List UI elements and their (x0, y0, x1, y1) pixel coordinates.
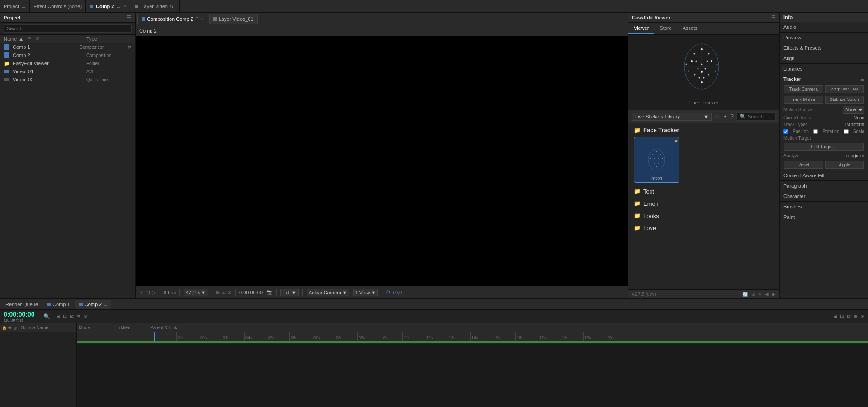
help-icon[interactable]: ? (730, 112, 735, 121)
comp2-tab-menu[interactable]: ☰ (195, 17, 199, 21)
star-icon[interactable]: ☆ (713, 112, 721, 121)
comp-canvas[interactable] (136, 36, 628, 286)
right-panel: Info Audio Preview Effects & Presets Ali… (780, 13, 868, 298)
tab-comp2-timeline[interactable]: Comp 2 ☰ (75, 300, 111, 309)
sep1 (160, 289, 160, 296)
camera-value: Active Camera (309, 290, 341, 295)
scale-checkbox[interactable] (844, 129, 849, 134)
easiedit-menu[interactable]: ☰ (771, 14, 776, 20)
comp-tab-comp2[interactable]: Composition Comp 2 ☰ ✕ (137, 14, 208, 24)
paragraph-title[interactable]: Paragraph (780, 181, 868, 191)
timeline-playhead[interactable] (154, 332, 155, 341)
library-dropdown[interactable]: Live Stickers Library ▼ (632, 113, 712, 121)
cat-text-header[interactable]: 📁 Text (630, 186, 778, 197)
track-camera-btn[interactable]: Track Camera (784, 85, 823, 93)
fps-label: (30.00 fps) (4, 318, 40, 322)
project-search-input[interactable] (4, 24, 132, 33)
effect-controls-section[interactable]: Effect Controls (none) (30, 0, 86, 12)
cat-emoji-header[interactable]: 📁 Emoji (630, 199, 778, 209)
comp-tab-close[interactable]: ✕ (123, 4, 127, 9)
svg-point-29 (654, 158, 655, 159)
ruler-13s: 13s (448, 332, 470, 341)
search-timeline-icon[interactable]: 🔍 (43, 313, 50, 320)
right-panel-header: Info (780, 13, 868, 22)
comp2-timeline-menu[interactable]: ☰ (104, 302, 107, 307)
position-checkbox[interactable] (783, 129, 788, 134)
lck-icon: 🔒 (2, 326, 7, 330)
video02-type: QuickTime (86, 77, 132, 82)
tracker-menu[interactable]: ☰ (860, 77, 864, 82)
section-content-aware: Content-Aware Fill (780, 170, 868, 181)
import-label: import (651, 176, 662, 180)
tab-comp1[interactable]: Comp 1 (43, 300, 74, 309)
content-aware-title[interactable]: Content-Aware Fill (780, 170, 868, 180)
project-item-video01[interactable]: Video_01 AVI (0, 67, 135, 76)
nav-next-icon[interactable]: ▶ (772, 292, 776, 297)
preview-title[interactable]: Preview (780, 33, 868, 43)
ruler-20s: 20s (606, 332, 628, 341)
project-items: Comp 1 Composition ⚑ Comp 2 Composition … (0, 43, 135, 298)
edit-target-btn[interactable]: Edit Target... (784, 143, 864, 151)
warp-stabilizer-btn[interactable]: Warp Stabilizer (825, 85, 864, 93)
cat-love-header[interactable]: 📁 Love (630, 223, 778, 233)
stabilize-motion-btn[interactable]: Stabilize Motion (825, 96, 864, 104)
section-paint: Paint (780, 212, 868, 222)
comp1-icon (4, 44, 10, 50)
layout-dropdown[interactable]: 1 View ▼ (353, 289, 378, 296)
camera-chevron: ▼ (342, 290, 347, 295)
brushes-title[interactable]: Brushes (780, 202, 868, 212)
project-item-video02[interactable]: Video_02 QuickTime (0, 76, 135, 84)
motion-source-label: Motion Source (783, 107, 812, 112)
libraries-title[interactable]: Libraries (780, 64, 868, 74)
audio-title[interactable]: Audio (780, 22, 868, 32)
cat-face-tracker-header[interactable]: 📁 Face Tracker (630, 125, 778, 135)
tab-viewer[interactable]: Viewer (628, 23, 654, 34)
motion-source-select[interactable]: None (843, 106, 864, 114)
effects-title[interactable]: Effects & Presets (780, 43, 868, 53)
comp-tab-section[interactable]: Comp 2 ☰ ✕ (86, 0, 131, 12)
character-title[interactable]: Character (780, 191, 868, 201)
grid-view-icon[interactable]: ⊞ (751, 292, 755, 297)
comp-tab-layer[interactable]: Layer Video_01 (209, 14, 258, 24)
resolution-dropdown[interactable]: Full ▼ (280, 289, 299, 296)
preview-play-icon[interactable]: ⊞ (833, 313, 837, 319)
analyze-fwd-icon[interactable]: ▶ (855, 153, 859, 159)
analyze-back-icon[interactable]: ◀ (850, 153, 854, 159)
project-item-easyedit[interactable]: 📁 EasyEdit Viewer Folder (0, 59, 135, 67)
analyze-end-icon[interactable]: ⏭ (859, 153, 864, 159)
add-icon[interactable]: + (722, 112, 728, 121)
tl-control1: ⊡ (840, 313, 844, 319)
tab-render-queue[interactable]: Render Queue (2, 300, 42, 309)
ruler-10s: 10s (380, 332, 402, 341)
tracker-section-title[interactable]: Tracker ☰ (780, 74, 868, 84)
align-title[interactable]: Align (780, 53, 868, 63)
tab-assets[interactable]: Assets (677, 23, 703, 34)
library-search-input[interactable] (748, 114, 773, 119)
refresh-icon[interactable]: 🔄 (742, 292, 748, 297)
zoom-chevron: ▼ (201, 290, 206, 295)
track-motion-btn[interactable]: Track Motion (784, 96, 823, 104)
layer-tab-section[interactable]: Layer Video_01 (131, 0, 180, 12)
comp2-tab-close[interactable]: ✕ (201, 17, 204, 21)
project-menu-icon[interactable]: ☰ (127, 14, 132, 20)
project-tab-section[interactable]: Project ☰ (0, 0, 30, 12)
camera-dropdown[interactable]: Active Camera ▼ (307, 289, 349, 296)
project-item-comp2[interactable]: Comp 2 Composition (0, 51, 135, 59)
cat-text-label: Text (643, 188, 654, 195)
main-area: Project ☰ Name ▲ ⚑ ⚙ Type Comp 1 Composi… (0, 13, 868, 298)
cat-looks-header[interactable]: 📁 Looks (630, 211, 778, 221)
apply-btn[interactable]: Apply (825, 161, 864, 169)
analyze-prev-icon[interactable]: ⏮ (844, 153, 849, 159)
svg-point-33 (658, 163, 659, 164)
layer-ctrl-icons-header: 🔒 👁 ◎ (2, 326, 17, 330)
nav-prev-icon[interactable]: ◀ (765, 292, 769, 297)
sticker-item-import[interactable]: ★ (634, 137, 679, 183)
category-text: 📁 Text (630, 186, 778, 197)
project-item-comp1[interactable]: Comp 1 Composition ⚑ (0, 43, 135, 51)
paint-title[interactable]: Paint (780, 212, 868, 222)
empty-tracks (77, 344, 868, 407)
rotation-checkbox[interactable] (813, 129, 818, 134)
tab-store[interactable]: Store (654, 23, 677, 34)
zoom-dropdown[interactable]: 47,1% ▼ (184, 289, 208, 296)
reset-btn[interactable]: Reset (784, 161, 823, 169)
